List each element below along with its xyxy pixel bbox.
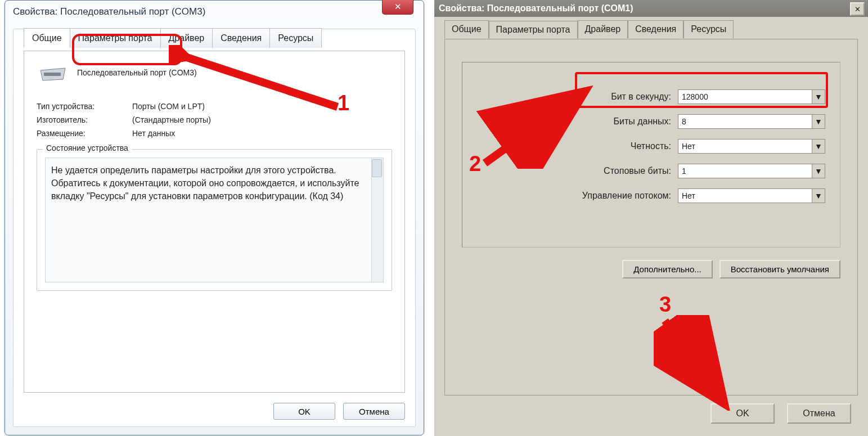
tab-bar: Общие Параметры порта Драйвер Сведения Р… <box>24 28 321 48</box>
stop-bits-label: Стоповые биты: <box>604 166 671 176</box>
chevron-down-icon: ▼ <box>812 189 825 203</box>
properties-dialog-com3: Свойства: Последовательный порт (COM3) ✕… <box>5 0 424 435</box>
tab-general[interactable]: Общие <box>24 28 70 48</box>
location-label: Размещение: <box>37 129 132 138</box>
properties-dialog-com1: Свойства: Последовательный порт (COM1) ✕… <box>434 0 868 436</box>
close-button[interactable]: ✕ <box>382 0 413 15</box>
device-status-group: Состояние устройства Не удается определи… <box>37 149 392 291</box>
device-status-title: Состояние устройства <box>43 143 132 152</box>
close-icon: ✕ <box>394 2 402 12</box>
device-name-label: Последовательный порт (COM3) <box>77 66 197 83</box>
cancel-button[interactable]: Отмена <box>787 403 851 424</box>
ok-button[interactable]: OK <box>710 403 775 424</box>
tab-port-settings[interactable]: Параметры порта <box>489 21 578 39</box>
flow-control-label: Управление потоком: <box>582 191 671 201</box>
tab-resources[interactable]: Ресурсы <box>683 20 734 38</box>
advanced-button[interactable]: Дополнительно... <box>622 260 712 278</box>
tab-driver[interactable]: Драйвер <box>160 28 213 48</box>
ok-button[interactable]: OK <box>273 403 335 420</box>
tab-driver[interactable]: Драйвер <box>578 20 628 38</box>
chevron-down-icon: ▼ <box>812 115 825 128</box>
cancel-button[interactable]: Отмена <box>343 403 405 420</box>
flow-control-combo[interactable]: Нет ▼ <box>678 188 825 203</box>
chevron-down-icon: ▼ <box>812 90 825 104</box>
status-scrollbar[interactable] <box>371 158 383 282</box>
settings-frame: Бит в секунду: 128000 ▼ Биты данных: 8 ▼ <box>462 62 840 248</box>
dialog-buttons: OK Отмена <box>14 403 405 420</box>
close-icon: ✕ <box>854 5 861 14</box>
location-value: Нет данных <box>132 129 175 138</box>
data-bits-combo[interactable]: 8 ▼ <box>678 114 825 129</box>
bits-per-second-label: Бит в секунду: <box>611 92 671 102</box>
dialog-body: Общие Параметры порта Драйвер Сведения Р… <box>439 20 863 431</box>
parity-label: Четность: <box>631 141 671 151</box>
dialog-buttons: OK Отмена <box>710 403 851 424</box>
window-title: Свойства: Последовательный порт (COM1) <box>434 0 868 17</box>
tab-details[interactable]: Сведения <box>628 20 683 38</box>
device-status-text[interactable]: Не удается определить параметры настройк… <box>45 158 384 282</box>
svg-rect-1 <box>44 73 61 76</box>
chevron-down-icon: ▼ <box>812 140 825 153</box>
dialog-body: Общие Параметры порта Драйвер Сведения Р… <box>13 29 416 427</box>
device-type-value: Порты (COM и LPT) <box>132 102 205 111</box>
serial-port-icon <box>37 66 69 83</box>
tab-general[interactable]: Общие <box>444 20 489 38</box>
bits-per-second-combo[interactable]: 128000 ▼ <box>678 89 825 104</box>
restore-defaults-button[interactable]: Восстановить умолчания <box>719 260 840 278</box>
parity-combo[interactable]: Нет ▼ <box>678 139 825 154</box>
scroll-thumb[interactable] <box>372 159 382 177</box>
close-button[interactable]: ✕ <box>850 2 865 16</box>
tab-page-general: Последовательный порт (COM3) Тип устройс… <box>24 51 405 393</box>
tab-resources[interactable]: Ресурсы <box>269 28 322 48</box>
tab-details[interactable]: Сведения <box>212 28 270 48</box>
stop-bits-combo[interactable]: 1 ▼ <box>678 164 825 178</box>
device-type-label: Тип устройства: <box>37 102 132 111</box>
manufacturer-value: (Стандартные порты) <box>132 115 211 124</box>
tab-bar: Общие Параметры порта Драйвер Сведения Р… <box>444 20 863 38</box>
manufacturer-label: Изготовитель: <box>37 115 132 124</box>
data-bits-label: Биты данных: <box>613 116 671 127</box>
tab-page-port-settings: Бит в секунду: 128000 ▼ Биты данных: 8 ▼ <box>444 39 858 395</box>
window-title: Свойства: Последовательный порт (COM3) <box>5 1 424 23</box>
tab-port-settings[interactable]: Параметры порта <box>70 28 161 48</box>
chevron-down-icon: ▼ <box>812 164 825 178</box>
